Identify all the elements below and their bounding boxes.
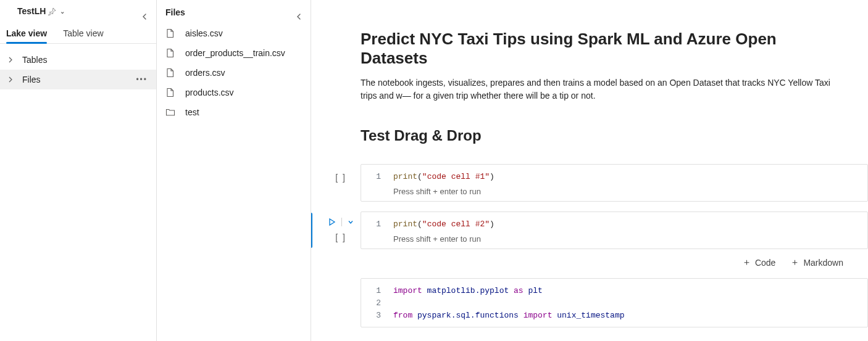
notebook-main: Predict NYC Taxi Tips using Spark ML and… (311, 0, 868, 341)
run-hint: Press shift + enter to run (371, 234, 858, 244)
file-item-label: aisles.csv (185, 28, 223, 38)
code-editor[interactable]: 1print("code cell #2")Press shift + ente… (361, 212, 868, 249)
notebook-header: Predict NYC Taxi Tips using Spark ML and… (311, 0, 868, 159)
cell-gutter: [ ] (321, 218, 361, 242)
exec-count: [ ] (335, 232, 346, 242)
file-item[interactable]: orders.csv (157, 63, 311, 83)
tab-lake-view[interactable]: Lake view (6, 28, 47, 43)
files-panel-title: Files (157, 0, 311, 21)
tree-item-label: Tables (22, 55, 47, 65)
file-item[interactable]: order_products__train.csv (157, 43, 311, 63)
insert-markdown-label: Markdown (803, 258, 843, 268)
run-hint: Press shift + enter to run (371, 187, 858, 196)
notebook-cells: [ ]1print("code cell #1")Press shift + e… (311, 159, 868, 332)
plus-icon: ＋ (742, 257, 751, 268)
notebook-cell[interactable]: 1import matplotlib.pyplot as plt23from p… (311, 273, 868, 332)
notebook-cell[interactable]: [ ]1print("code cell #1")Press shift + e… (311, 159, 868, 207)
pin-icon (48, 7, 56, 15)
insert-code-button[interactable]: ＋Code (742, 257, 775, 268)
collapse-left-panel-button[interactable] (139, 11, 150, 22)
folder-item[interactable]: test (157, 102, 311, 122)
file-item-label: orders.csv (185, 68, 225, 78)
run-cell-button[interactable] (328, 218, 336, 226)
tab-table-view[interactable]: Table view (63, 28, 103, 43)
file-item-label: products.csv (185, 88, 234, 97)
file-item-label: order_products__train.csv (185, 48, 285, 58)
insert-markdown-button[interactable]: ＋Markdown (790, 257, 843, 268)
tree-item-label: Files (22, 75, 41, 84)
notebook-cell[interactable]: [ ]1print("code cell #2")Press shift + e… (311, 207, 868, 254)
cell-gutter: [ ] (321, 170, 361, 183)
line-number: 1 (371, 218, 381, 231)
code-editor[interactable]: 1print("code cell #1")Press shift + ente… (361, 164, 868, 202)
code-text: print("code cell #1") (393, 171, 495, 183)
insert-code-label: Code (755, 258, 775, 268)
notebook-description: The notebook ingests, visualizes, prepar… (361, 76, 843, 102)
notebook-subheading: Test Drag & Drop (361, 127, 843, 144)
files-panel: Files aisles.csvorder_products__train.cs… (157, 0, 311, 341)
lakehouse-sidebar: TestLH ⌄ Lake view Table view Tables Fil… (0, 0, 157, 341)
chevron-down-icon: ⌄ (60, 8, 65, 15)
file-icon (165, 28, 175, 38)
line-number: 1 (371, 285, 381, 297)
code-editor[interactable]: 1import matplotlib.pyplot as plt23from p… (361, 278, 868, 327)
file-item[interactable]: products.csv (157, 83, 311, 102)
code-text: print("code cell #2") (393, 218, 495, 231)
line-number: 1 (371, 171, 381, 183)
run-menu-button[interactable] (347, 218, 354, 226)
lakehouse-title: TestLH (17, 6, 46, 16)
plus-icon: ＋ (790, 257, 799, 268)
file-item-label: test (185, 107, 199, 117)
file-item[interactable]: aisles.csv (157, 23, 311, 43)
line-number: 3 (371, 310, 381, 322)
collapse-files-panel-button[interactable] (293, 11, 304, 22)
view-tabs: Lake view Table view (0, 17, 156, 44)
tree-item-tables[interactable]: Tables (0, 50, 156, 70)
file-icon (165, 88, 175, 97)
files-list: aisles.csvorder_products__train.csvorder… (157, 21, 311, 122)
file-icon (165, 68, 175, 78)
explorer-tree: Tables Files ••• (0, 44, 156, 89)
folder-icon (165, 107, 175, 117)
code-text: from pyspark.sql.functions import unix_t… (393, 310, 625, 322)
tree-item-files[interactable]: Files ••• (0, 70, 156, 89)
line-number: 2 (371, 297, 381, 310)
lakehouse-title-row[interactable]: TestLH ⌄ (0, 0, 156, 17)
file-icon (165, 48, 175, 58)
insert-cell-bar: ＋Code＋Markdown (311, 254, 868, 273)
chevron-right-icon (7, 76, 17, 83)
more-icon[interactable]: ••• (136, 75, 150, 84)
chevron-right-icon (7, 57, 17, 63)
code-text: import matplotlib.pyplot as plt (393, 285, 543, 297)
notebook-title: Predict NYC Taxi Tips using Spark ML and… (361, 30, 843, 68)
exec-count: [ ] (335, 173, 346, 183)
